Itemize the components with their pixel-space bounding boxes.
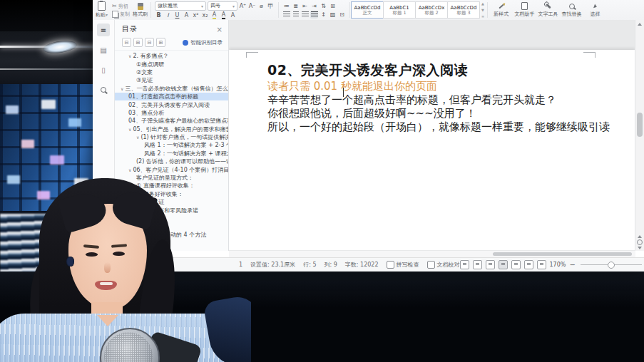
italic-button[interactable]: I [164, 11, 172, 19]
status-item[interactable]: 文档校对 [427, 261, 460, 269]
toc-item[interactable]: ∨05、引出产品，解决用户的需求和痛苦点 [115, 125, 228, 133]
select-browse-object-icon[interactable] [637, 239, 643, 245]
toc-item[interactable]: ∨三、一击必杀的收钱文案（销售信）怎么写？ [115, 85, 228, 93]
toc-expand-arrow[interactable]: ∨ [128, 167, 131, 172]
bold-button[interactable]: B [155, 11, 163, 19]
vertical-scroll-thumb[interactable] [637, 113, 643, 137]
previous-page-icon[interactable] [638, 235, 642, 238]
tool-label: 选择 [591, 11, 600, 18]
toc-item[interactable]: ∨(1) 针对客户痛点，一句话提供解决方案 [115, 133, 228, 141]
font-size-select[interactable]: 四号▾ [208, 1, 237, 11]
read-layout-icon[interactable] [473, 260, 482, 269]
zoom-slider-knob[interactable] [608, 262, 615, 269]
toc-item[interactable]: 03、痛点分析 [115, 109, 228, 117]
toc-panel-icon[interactable]: ≡ [97, 24, 110, 36]
font-color-button[interactable]: A [220, 11, 228, 19]
fullscreen-view-icon[interactable] [460, 260, 469, 269]
paste-button[interactable]: 粘贴▾ [93, 0, 111, 20]
status-item[interactable]: 行: 5 [303, 261, 316, 269]
smart-recognize-button[interactable]: 智能识别目录 [183, 39, 223, 46]
toc-item[interactable]: ③见证 [115, 76, 228, 84]
outline-view-icon[interactable] [524, 260, 533, 269]
align-right-icon[interactable] [301, 11, 309, 19]
style-cell[interactable]: AaBbCcDd标题 3 [447, 1, 480, 19]
expand-level-icon[interactable]: ⊞ [156, 38, 165, 47]
document-page[interactable]: 02、完美开头诱发客户深入阅读 读者只需 0.01 秒就能退出你的页面 辛辛苦苦… [229, 50, 635, 251]
bookmark-panel-icon[interactable]: ▯ [97, 63, 110, 76]
align-center-icon[interactable] [292, 11, 300, 19]
toc-expand-arrow[interactable]: ∨ [136, 135, 139, 140]
increase-font-icon[interactable]: A⁺ [239, 2, 247, 10]
increase-indent-icon[interactable]: ⇥ [310, 2, 318, 10]
strikethrough-button[interactable]: A [183, 11, 190, 19]
zoom-slider[interactable] [581, 264, 642, 265]
toc-expand-arrow[interactable]: ∨ [128, 53, 131, 58]
tool-button-4[interactable]: 查找替换 [560, 0, 583, 20]
cut-button[interactable]: ✂剪切 [111, 3, 131, 10]
zoom-level[interactable]: 170% [550, 262, 566, 268]
style-cell[interactable]: AaBbC1标题 1 [383, 1, 416, 19]
status-item[interactable]: 字数: 12022 [345, 261, 379, 269]
font-name-select[interactable]: 微软雅黑▾ [155, 1, 206, 11]
toc-item[interactable]: ∨06、客户见证（4-10 个案例）打消目标客户的... [115, 165, 228, 173]
status-item[interactable]: 列: 9 [324, 261, 337, 269]
document-canvas[interactable]: 02、完美开头诱发客户深入阅读 读者只需 0.01 秒就能退出你的页面 辛辛苦苦… [229, 20, 635, 251]
sort-icon[interactable]: ⇅ [320, 2, 327, 10]
select-button[interactable]: 选择 [583, 0, 607, 20]
toc-item[interactable]: 01、打造超高点击率的标题 [115, 93, 228, 100]
toc-item[interactable]: ①痛点调研 [115, 60, 228, 68]
ceiling-spotlight [42, 39, 78, 56]
eye-protection-icon[interactable] [537, 260, 546, 269]
superscript-button[interactable]: x² [192, 11, 200, 19]
highlight-color-button[interactable]: A [210, 11, 218, 19]
horizontal-scroll-thumb[interactable] [493, 252, 632, 256]
next-page-icon[interactable] [638, 247, 642, 249]
shading-icon[interactable]: ▨ [329, 11, 337, 19]
decrease-indent-icon[interactable]: ⇤ [301, 2, 309, 10]
underline-button[interactable]: U [173, 11, 181, 19]
print-layout-icon[interactable] [499, 260, 508, 269]
tool-button-3[interactable]: 文字工具 [536, 0, 560, 20]
align-left-icon[interactable] [282, 11, 290, 19]
search-panel-icon[interactable] [97, 83, 110, 96]
justify-icon[interactable] [310, 11, 318, 19]
toc-item[interactable]: 02、完美开头诱发客户深入阅读 [115, 100, 228, 108]
status-item[interactable]: 拼写检查 [387, 261, 419, 269]
subscript-button[interactable]: x₂ [201, 11, 209, 19]
toc-item[interactable]: (2) 告诉他，你的课可以帮助他——课程... [115, 157, 228, 165]
web-layout-icon[interactable] [511, 260, 521, 269]
toc-item[interactable]: 风格 1：一句话解决方案 + 2-3 个结果 ... [115, 141, 228, 149]
decrease-font-icon[interactable]: A⁻ [248, 2, 256, 10]
bullet-list-icon[interactable]: ≔ [282, 2, 290, 10]
numbered-list-icon[interactable]: ≣ [292, 2, 300, 10]
format-painter-button[interactable]: 格式刷 [131, 0, 149, 20]
collapse-all-icon[interactable]: ⊟ [122, 38, 131, 47]
write-mode-icon[interactable] [486, 260, 495, 269]
character-shading-button[interactable]: A [229, 11, 237, 19]
zoom-out-button[interactable]: − [569, 262, 575, 269]
toc-expand-arrow[interactable]: ∨ [121, 86, 123, 91]
borders-icon[interactable]: ⊡ [338, 11, 346, 19]
close-icon[interactable]: × [217, 26, 223, 33]
vertical-scrollbar[interactable] [635, 20, 644, 251]
style-cell[interactable]: AaBbCcDx标题 2 [415, 1, 448, 19]
expand-all-icon[interactable]: ⊞ [133, 38, 143, 47]
expand-level-icon[interactable]: ⊟ [145, 38, 154, 47]
clear-format-icon[interactable]: ⌀ [257, 2, 265, 10]
toc-item[interactable]: ∨2. 有多痛点？ [115, 52, 228, 60]
tool-button-2[interactable]: 文档助手 [513, 0, 536, 20]
chapter-panel-icon[interactable]: ▤ [97, 43, 110, 56]
copy-button[interactable]: 复制 [111, 11, 131, 18]
style-gallery-scroll[interactable]: ▲▼≡ [480, 0, 486, 20]
tool-button-1[interactable]: 新样式 [489, 0, 513, 20]
scroll-up-icon[interactable] [638, 23, 642, 26]
toc-item[interactable]: 04、子弹头瞄准客户最核心的欲望痛点爽点 [115, 117, 228, 125]
status-item[interactable]: 设置值: 23.1厘米 [250, 261, 295, 269]
table-icon[interactable]: ⊞ [329, 2, 337, 10]
phonetic-guide-icon[interactable]: 甲 [267, 2, 275, 10]
toc-item[interactable]: ②文案 [115, 68, 228, 76]
toc-item[interactable]: 风格 2：一句话解决方案 + 课程大纲 [115, 150, 228, 157]
toc-expand-arrow[interactable]: ∨ [128, 127, 131, 132]
line-spacing-icon[interactable]: ↕ [320, 11, 327, 19]
style-cell[interactable]: AaBbCcDd正文 [351, 1, 384, 19]
